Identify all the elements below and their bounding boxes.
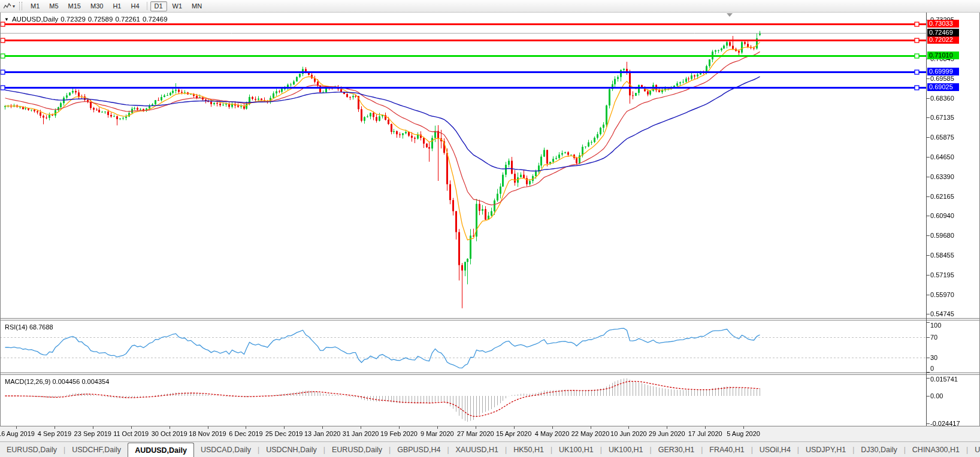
date-axis-label: 5 Aug 2020	[727, 430, 760, 437]
date-axis-label: 29 Jun 2020	[649, 430, 685, 437]
price-axis-tick: 0.62165	[930, 193, 978, 200]
tab-usoil-h1[interactable]: USOil,H1	[968, 442, 980, 457]
tab-gbpusd-h4[interactable]: GBPUSD,H4	[391, 442, 447, 457]
date-axis-label: 31 Jan 2020	[343, 430, 379, 437]
hline-price-badge: 0.72022	[927, 36, 959, 44]
collapse-triangle-icon[interactable]: ▼	[4, 17, 9, 22]
tab-usdcnh-daily[interactable]: USDCNH,Daily	[259, 442, 323, 457]
price-axis-tick: 0.63390	[930, 173, 978, 180]
price-axis-tick: 0.54745	[930, 310, 978, 317]
timeframe-button-h4[interactable]: H4	[126, 1, 143, 11]
hline-price-badge: 0.73033	[927, 20, 959, 28]
tab-usdjpy-h1[interactable]: USDJPY,H1	[799, 442, 852, 457]
ohlc-low: 0.72261	[115, 16, 140, 23]
toolbar-separator	[147, 2, 147, 10]
tab-usdchf-daily[interactable]: USDCHF,Daily	[65, 442, 128, 457]
chart-shift-marker[interactable]	[727, 13, 733, 17]
date-axis-label: 9 Mar 2020	[421, 430, 454, 437]
date-axis-label: 13 Jan 2020	[304, 430, 341, 437]
timeframe-button-m30[interactable]: M30	[86, 1, 107, 11]
ohlc-open: 0.72329	[61, 16, 86, 23]
rsi-axis-tick: 30	[930, 354, 978, 361]
price-axis-tick: 0.69585	[930, 75, 978, 82]
date-axis-label: 15 Apr 2020	[496, 430, 531, 437]
rsi-axis-tick: 100	[930, 322, 978, 329]
date-axis-label: 10 Jun 2020	[610, 430, 647, 437]
date-axis-label: 11 Oct 2019	[113, 430, 149, 437]
price-axis-tick: 0.64650	[930, 153, 978, 161]
tab-fra40-h1[interactable]: FRA40,H1	[703, 442, 751, 457]
date-axis-label: 19 Feb 2020	[380, 430, 418, 437]
price-axis-tick: 0.59680	[930, 232, 978, 239]
macd-axis-tick: 0.00	[930, 392, 978, 400]
timeframe-button-w1[interactable]: W1	[168, 1, 187, 11]
price-axis-tick: 0.60940	[930, 212, 978, 219]
date-axis-label: 17 Jul 2020	[688, 430, 722, 437]
tab-eurusd-daily[interactable]: EURUSD,Daily	[325, 442, 389, 457]
tab-ger30-h1[interactable]: GER30,H1	[652, 442, 701, 457]
timeframe-toolbar: ▾ M1M5M15M30H1H4D1W1MN	[0, 0, 980, 13]
ohlc-close: 0.72469	[143, 16, 168, 23]
current-price-badge: 0.72469	[927, 29, 959, 37]
timeframe-button-m15[interactable]: M15	[64, 1, 85, 11]
timeframe-button-h1[interactable]: H1	[108, 1, 125, 11]
chart-symbol: AUDUSD,Daily	[12, 16, 58, 23]
timeframe-button-d1[interactable]: D1	[150, 1, 167, 11]
price-axis-tick: 0.68360	[930, 95, 978, 102]
date-axis-label: 18 Nov 2019	[189, 430, 226, 437]
tab-eurusd-daily[interactable]: EURUSD,Daily	[0, 442, 63, 457]
charts-toolbar-icon[interactable]	[2, 2, 12, 10]
tab-usoil-h4[interactable]: USOil,H4	[753, 442, 797, 457]
rsi-axis-tick: 70	[930, 334, 978, 341]
chart-title: ▼AUDUSD,Daily0.723290.725890.722610.7246…	[4, 16, 170, 23]
date-axis-label: 25 Dec 2019	[265, 430, 303, 437]
tab-uk100-h1[interactable]: UK100,H1	[552, 442, 600, 457]
hline-price-badge: 0.69025	[927, 83, 959, 91]
price-axis-tick: 0.55970	[930, 291, 978, 298]
tab-uk100-h1[interactable]: UK100,H1	[602, 442, 650, 457]
date-axis-label: 4 May 2020	[535, 430, 569, 437]
date-axis-label: 16 Aug 2019	[0, 430, 35, 437]
tab-usdcad-daily[interactable]: USDCAD,Daily	[194, 442, 258, 457]
timeframe-button-m5[interactable]: M5	[45, 1, 62, 11]
price-axis-tick: 0.58455	[930, 252, 978, 259]
rsi-axis-tick: 0	[930, 365, 978, 372]
timeframe-button-m1[interactable]: M1	[26, 1, 44, 11]
chevron-down-icon[interactable]: ▾	[13, 4, 15, 9]
date-axis-label: 27 Mar 2020	[457, 430, 494, 437]
timeframe-button-mn[interactable]: MN	[187, 1, 206, 11]
tab-audusd-daily[interactable]: AUDUSD,Daily	[128, 443, 194, 457]
hline-price-badge: 0.71010	[927, 52, 959, 59]
date-axis-label: 22 May 2020	[571, 430, 610, 437]
hline-price-badge: 0.69999	[927, 68, 959, 75]
tab-xauusd-h1[interactable]: XAUUSD,H1	[449, 442, 506, 457]
price-chart-canvas[interactable]	[0, 0, 980, 457]
ohlc-high: 0.72589	[88, 16, 113, 23]
tab-china300-h1[interactable]: CHINA300,H1	[906, 442, 966, 457]
rsi-indicator-label: RSI(14) 68.7688	[5, 323, 53, 331]
macd-axis-tick: -0.024417	[930, 420, 978, 427]
tab-dj30-daily[interactable]: DJ30,Daily	[854, 442, 903, 457]
macd-indicator-label: MACD(12,26,9) 0.004456 0.004354	[5, 378, 109, 385]
tab-hk50-h1[interactable]: HK50,H1	[507, 442, 551, 457]
date-axis-label: 30 Oct 2019	[152, 430, 187, 437]
date-axis-label: 23 Sep 2019	[74, 430, 111, 437]
symbol-tab-bar: EURUSD,Daily|USDCHF,DailyAUDUSD,DailyUSD…	[0, 441, 980, 457]
price-axis-tick: 0.67135	[930, 114, 978, 121]
date-axis-label: 4 Sep 2019	[38, 430, 71, 437]
toolbar-grip	[19, 2, 22, 10]
macd-axis-tick: 0.015741	[930, 376, 978, 383]
date-axis-label: 6 Dec 2019	[229, 430, 262, 437]
price-axis-tick: 0.65875	[930, 134, 978, 141]
price-axis-tick: 0.57195	[930, 271, 978, 279]
